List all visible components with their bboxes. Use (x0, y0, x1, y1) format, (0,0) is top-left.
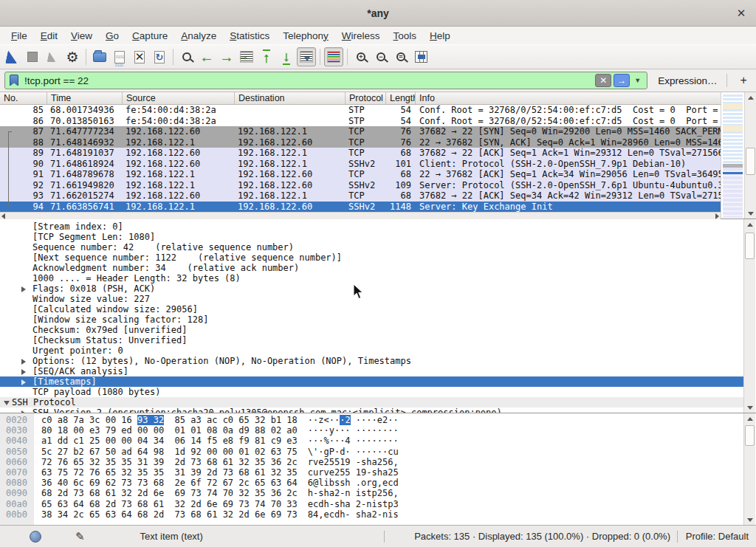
close-icon[interactable]: ✕ (734, 6, 749, 21)
col-header-source[interactable]: Source (123, 92, 235, 104)
detail-row[interactable]: Acknowledgment number: 34 (relative ack … (0, 263, 743, 273)
detail-row[interactable]: Sequence number: 42 (relative sequence n… (0, 242, 743, 252)
filter-dropdown-icon[interactable]: ▼ (634, 77, 641, 84)
packet-row-85[interactable]: 8568.001734936fe:54:00:d4:38:2aSTP54Conf… (0, 105, 721, 116)
filter-input[interactable]: !tcp.port == 22 (24, 75, 593, 86)
col-header-length[interactable]: Length (386, 92, 416, 104)
hex-row[interactable]: 00505c 27 b2 67 50 ad 64 98 1d 92 00 00 … (0, 447, 743, 457)
detail-row-timestamps-selected[interactable]: [Timestamps] (0, 376, 743, 387)
col-header-time[interactable]: Time (47, 92, 123, 104)
menu-statistics[interactable]: Statistics (223, 29, 276, 43)
collapse-arrow-icon[interactable] (4, 401, 10, 405)
capture-options-button[interactable]: ⚙ (63, 47, 82, 66)
capture-stop-button[interactable] (23, 47, 42, 66)
packet-row-89[interactable]: 8971.648191037192.168.122.60192.168.122.… (0, 148, 721, 159)
detail-row[interactable]: Checksum: 0x79ed [unverified] (0, 325, 743, 335)
zoom-in-button[interactable]: + (351, 47, 371, 66)
menu-view[interactable]: View (64, 29, 99, 43)
detail-row[interactable]: Urgent pointer: 0 (0, 345, 743, 356)
detail-row-seqack[interactable]: [SEQ/ACK analysis] (0, 366, 743, 376)
packet-list-hscrollbar[interactable] (0, 212, 721, 219)
col-header-no[interactable]: No. (0, 92, 47, 104)
zoom-out-button[interactable]: − (371, 47, 391, 66)
detail-row-options[interactable]: Options: (12 bytes), No-Operation (NOP),… (0, 356, 743, 366)
menu-tools[interactable]: Tools (387, 29, 424, 43)
colorize-toggle[interactable] (324, 47, 343, 66)
hex-vscrollbar[interactable] (743, 413, 755, 525)
expand-arrow-icon[interactable] (21, 359, 26, 365)
scroll-up-icon[interactable] (744, 413, 755, 424)
file-save-button[interactable]: 01010110 (110, 47, 129, 66)
expression-button[interactable]: Expression… (658, 75, 717, 86)
display-filter-field[interactable]: !tcp.port == 22 ✕ → ▼ (4, 72, 647, 89)
go-next-button[interactable]: → (217, 47, 236, 66)
menu-telephony[interactable]: Telephony (276, 29, 335, 43)
hex-row[interactable]: 007063 75 72 76 65 32 35 35 31 39 2d 73 … (0, 467, 743, 478)
packet-row-94-selected[interactable]: 9471.663856741192.168.122.1192.168.122.6… (0, 202, 721, 213)
col-header-info[interactable]: Info (416, 92, 721, 104)
file-open-button[interactable] (90, 47, 109, 66)
auto-scroll-toggle[interactable] (297, 47, 316, 66)
col-header-protocol[interactable]: Protocol (346, 92, 386, 104)
go-to-packet-button[interactable]: → (237, 47, 256, 66)
bookmark-icon[interactable] (10, 75, 18, 86)
detail-row[interactable]: [Window size scaling factor: 128] (0, 314, 743, 325)
menu-help[interactable]: Help (423, 29, 457, 43)
detail-row-flags[interactable]: Flags: 0x018 (PSH, ACK) (0, 283, 743, 294)
capture-start-button[interactable] (3, 47, 22, 66)
add-filter-button[interactable]: + (736, 74, 752, 87)
go-last-button[interactable]: ↓ (277, 47, 296, 66)
scroll-left-icon[interactable] (1, 213, 5, 219)
file-close-button[interactable]: ✕ (130, 47, 149, 66)
hex-row[interactable]: 0040a1 dd c1 25 00 00 04 34 06 14 f5 e8 … (0, 436, 743, 446)
packet-row-93[interactable]: 9371.662015274192.168.122.60192.168.122.… (0, 190, 721, 202)
packet-list-vscrollbar[interactable] (744, 92, 756, 219)
file-reload-button[interactable]: ↻ (150, 47, 169, 66)
hex-row[interactable]: 003080 18 00 e3 79 ed 00 00 01 01 08 0a … (0, 425, 743, 436)
detail-row[interactable]: [Stream index: 0] (0, 221, 743, 232)
packet-row-87[interactable]: 8771.647777234192.168.122.60192.168.122.… (0, 126, 721, 137)
detail-row[interactable]: Window size value: 227 (0, 294, 743, 304)
scroll-up-icon[interactable] (744, 219, 755, 230)
menu-edit[interactable]: Edit (34, 29, 64, 43)
expand-arrow-icon[interactable] (21, 286, 26, 292)
hex-row[interactable]: 00a065 63 64 68 2d 73 68 61 32 2d 6e 69 … (0, 499, 743, 509)
packet-row-91[interactable]: 9171.648789678192.168.122.1192.168.122.6… (0, 169, 721, 180)
scroll-down-icon[interactable] (744, 515, 755, 525)
menu-analyze[interactable]: Analyze (174, 29, 223, 43)
menu-wireless[interactable]: Wireless (335, 29, 387, 43)
hex-row[interactable]: 009068 2d 73 68 61 32 2d 6e 69 73 74 70 … (0, 488, 743, 498)
detail-row[interactable]: TCP payload (1080 bytes) (0, 387, 743, 397)
expert-info-icon[interactable] (30, 531, 41, 543)
filter-clear-button[interactable]: ✕ (595, 74, 611, 87)
hex-row[interactable]: 00b038 34 2c 65 63 64 68 2d 73 68 61 32 … (0, 509, 743, 520)
packet-row-92[interactable]: 9271.661949820192.168.122.1192.168.122.6… (0, 180, 721, 191)
detail-row[interactable]: 1000 .... = Header Length: 32 bytes (8) (0, 273, 743, 283)
detail-row-ssh-protocol[interactable]: SSH Protocol (0, 397, 743, 407)
scroll-up-icon[interactable] (745, 92, 756, 103)
scroll-right-icon[interactable] (715, 213, 719, 219)
resize-columns-button[interactable] (411, 47, 430, 66)
detail-row-ssh-version[interactable]: SSH Version 2 (encryption:chacha20-poly1… (0, 407, 743, 413)
expand-arrow-icon[interactable] (21, 379, 26, 385)
capture-restart-button[interactable] (43, 47, 62, 66)
detail-row[interactable]: [Calculated window size: 29056] (0, 304, 743, 314)
hex-row[interactable]: 0020c0 a8 7a 3c 00 16 93 32 85 a3 ac c0 … (0, 415, 743, 425)
go-previous-button[interactable]: ← (197, 47, 216, 66)
menu-go[interactable]: Go (99, 29, 126, 43)
filter-apply-button[interactable]: → (614, 74, 630, 87)
profile-button[interactable]: Profile: Default (686, 531, 749, 542)
detail-row[interactable]: [Next sequence number: 1122 (relative se… (0, 252, 743, 263)
expand-arrow-icon[interactable] (21, 369, 26, 375)
menu-capture[interactable]: Capture (126, 29, 174, 43)
detail-row[interactable]: [TCP Segment Len: 1080] (0, 232, 743, 242)
capture-comment-icon[interactable]: ✎ (75, 530, 85, 543)
zoom-normal-button[interactable]: = (391, 47, 410, 66)
intelligent-scrollbar-minimap[interactable] (721, 92, 744, 219)
scrollbar-thumb[interactable] (746, 148, 755, 175)
scroll-down-icon[interactable] (744, 402, 755, 413)
packet-row-86[interactable]: 8670.013850163fe:54:00:d4:38:2aSTP54Conf… (0, 116, 721, 127)
go-first-button[interactable]: ↑ (257, 47, 276, 66)
detail-row[interactable]: [Checksum Status: Unverified] (0, 335, 743, 345)
hex-row[interactable]: 008036 40 6c 69 62 73 73 68 2e 6f 72 67 … (0, 478, 743, 488)
